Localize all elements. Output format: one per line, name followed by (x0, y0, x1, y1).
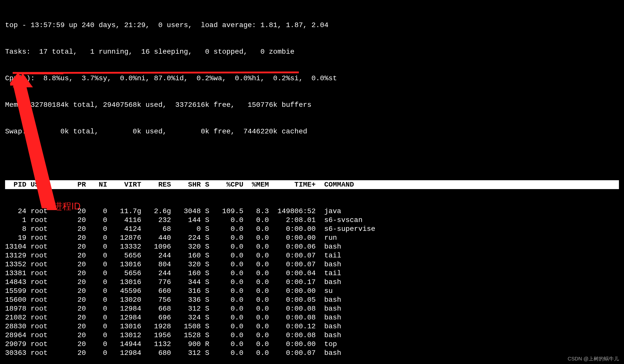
blank-line (5, 154, 619, 163)
process-row: 28830 root 20 0 13016 1928 1508 S 0.0 0.… (5, 322, 619, 331)
process-row: 28964 root 20 0 13012 1956 1528 S 0.0 0.… (5, 331, 619, 340)
process-row: 15599 root 20 0 45596 660 316 S 0.0 0.0 … (5, 287, 619, 295)
top-summary-mem: Mem: 32780184k total, 29407568k used, 33… (5, 100, 619, 109)
process-table-body: 24 root 20 0 11.7g 2.6g 3048 S 109.5 8.3… (5, 207, 619, 357)
process-table-header: PID USER PR NI VIRT RES SHR S %CPU %MEM … (5, 180, 619, 189)
process-row: 30363 root 20 0 12984 680 312 S 0.0 0.0 … (5, 349, 619, 357)
process-row: 13381 root 20 0 5656 244 160 S 0.0 0.0 0… (5, 269, 619, 278)
process-row: 18978 root 20 0 12984 668 312 S 0.0 0.0 … (5, 304, 619, 313)
process-row: 29079 root 20 0 14944 1132 900 R 0.0 0.0… (5, 340, 619, 349)
process-row: 21082 root 20 0 12984 696 324 S 0.0 0.0 … (5, 313, 619, 322)
top-summary-cpu: Cpu(s): 8.8%us, 3.7%sy, 0.0%ni, 87.0%id,… (5, 74, 619, 83)
process-row: 14843 root 20 0 13016 776 344 S 0.0 0.0 … (5, 278, 619, 287)
top-summary-swap: Swap: 0k total, 0k used, 0k free, 744622… (5, 127, 619, 136)
top-summary-tasks: Tasks: 17 total, 1 running, 16 sleeping,… (5, 47, 619, 56)
terminal-output: top - 13:57:59 up 240 days, 21:29, 0 use… (0, 0, 624, 364)
process-row: 1 root 20 0 4116 232 144 S 0.0 0.0 2:08.… (5, 216, 619, 225)
process-row: 24 root 20 0 11.7g 2.6g 3048 S 109.5 8.3… (5, 207, 619, 216)
process-row: 19 root 20 0 12876 440 224 S 0.0 0.0 0:0… (5, 233, 619, 242)
top-summary-uptime: top - 13:57:59 up 240 days, 21:29, 0 use… (5, 21, 619, 30)
process-row: 8 root 20 0 4124 68 0 S 0.0 0.0 0:00.00 … (5, 225, 619, 233)
process-row: 13129 root 20 0 5656 244 160 S 0.0 0.0 0… (5, 251, 619, 260)
process-row: 13104 root 20 0 13332 1096 320 S 0.0 0.0… (5, 242, 619, 251)
watermark: CSDN @上树的蜗牛儿 (568, 356, 619, 362)
process-row: 15600 root 20 0 13020 756 336 S 0.0 0.0 … (5, 295, 619, 304)
process-row: 13352 root 20 0 13016 804 320 S 0.0 0.0 … (5, 260, 619, 269)
